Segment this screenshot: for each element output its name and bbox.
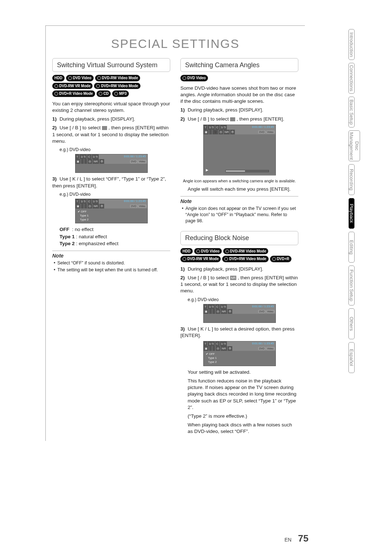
disc-icon <box>54 92 58 96</box>
tab-playback[interactable]: Playback <box>348 198 355 229</box>
disc-icon <box>54 84 58 88</box>
badge-dvd-rw-video: DVD-RW Video Mode <box>95 75 140 81</box>
disc-icon <box>99 92 102 96</box>
section-header: Switching Camera Angles <box>180 58 298 72</box>
disc-icon <box>68 76 72 80</box>
osd-icon-cell: ▣ <box>75 159 81 164</box>
example-label: e.g.) DVD-video <box>60 147 170 153</box>
osd-nr: NR <box>93 159 99 164</box>
example-label: e.g.) DVD-video <box>60 191 170 197</box>
osd-menu: ✔ OFF Type 1 Type 2 <box>78 210 145 222</box>
option-definitions: OFF : no effect Type 1 : natural effect … <box>60 226 170 247</box>
disc-icon <box>225 250 229 253</box>
after-text: Angle will switch each time you press [E… <box>188 186 298 193</box>
badge-dvd+r: DVD+R <box>270 256 291 262</box>
tab-editing[interactable]: Editing <box>348 232 355 263</box>
disc-icon <box>224 257 228 261</box>
tab-connections[interactable]: Connections <box>348 63 355 94</box>
osd-panel-nr1: T1/ 5C1/ 5 0:01:00 / 1:23:45 ▣ ◎NR⚙ DVDV… <box>203 304 276 323</box>
section-header: Reducing Block Noise <box>180 231 298 245</box>
note-item: The setting will be kept when the unit i… <box>54 267 170 273</box>
section-title: Reducing Block Noise <box>185 234 294 242</box>
media-badges: HDD DVD Video DVD-RW Video Mode DVD-RW V… <box>180 248 298 262</box>
step-2: 2)Use [ / B ] to select NR , then press … <box>180 275 298 295</box>
tab-function-setup[interactable]: Function Setup <box>348 266 355 305</box>
badge-dvd-video: DVD Video <box>194 248 222 255</box>
disc-icon <box>183 76 186 80</box>
example-label: e.g.) DVD-video <box>188 297 298 303</box>
intro-text: You can enjoy stereophonic virtual space… <box>52 101 170 114</box>
osd-panel-1: T 1/ 5 C 1/ 5 0:01:00 / 1:23:45 ▣ ◎ NR ⚙… <box>75 154 148 173</box>
badge-cd: CD <box>97 90 111 97</box>
osd-t-label: T <box>75 154 79 159</box>
osd-c-value: 1/ 5 <box>92 154 99 159</box>
nr-icon: NR <box>230 276 236 280</box>
osd-icon-cell <box>84 159 87 164</box>
note-item: Select “OFF” if sound is distorted. <box>54 260 170 266</box>
osd-icon <box>102 126 107 130</box>
badge-dvd-rw-video: DVD-RW Video Mode <box>223 248 269 255</box>
osd-panel-2: T 1/ 5 C 1/ 5 0:01:00 / 1:23:45 ▣ ◎NR⚙ D… <box>75 199 148 223</box>
left-column: Switching Virtual Surround System HDD DV… <box>52 58 170 437</box>
note-list: Angle icon does not appear on the TV scr… <box>182 206 298 224</box>
section-title: Switching Camera Angles <box>185 61 294 69</box>
badge-dvd+r: DVD+R Video Mode <box>52 90 95 97</box>
tab-recording[interactable]: Recording <box>348 164 355 195</box>
section-title: Switching Virtual Surround System <box>57 61 166 69</box>
osd-icon-cell: ◎ <box>87 159 92 164</box>
page-number: EN75 <box>285 533 309 544</box>
page-title: SPECIAL SETTINGS <box>46 37 305 51</box>
osd-menu: ✔ OFF Type 1 Type 2 <box>206 352 273 364</box>
osd-t-value: 1/ 5 <box>79 154 86 159</box>
disc-icon <box>114 92 118 96</box>
osd-icon-cell: ⚙ <box>99 159 104 164</box>
note-list: Select “OFF” if sound is distorted. The … <box>54 260 170 273</box>
disc-icon <box>96 84 100 88</box>
osd-icon <box>230 117 235 121</box>
after-text: Your setting will be activated. <box>188 369 298 376</box>
osd-c-label: C <box>87 154 91 159</box>
after-text: (“Type 2” is more effective.) <box>188 413 298 420</box>
badge-mp3: MP3 <box>112 90 129 97</box>
note-heading: Note <box>52 251 170 259</box>
step-2: 2)Use [ / B ] to select , then press [EN… <box>52 125 170 145</box>
badge-dvd+rw: DVD+RW Video Mode <box>94 83 140 89</box>
step-2: 2)Use [ / B ] to select , then press [EN… <box>180 116 298 122</box>
step-1: 1)During playback, press [DISPLAY]. <box>180 266 298 272</box>
progress-bar <box>225 170 269 172</box>
badge-dvd-rw-vr: DVD-RW VR Mode <box>52 83 93 89</box>
step-1: 1)During playback, press [DISPLAY]. <box>52 116 170 122</box>
tab-espanol[interactable]: Español <box>348 342 355 373</box>
tab-basic-setup[interactable]: Basic Setup <box>348 97 355 127</box>
disc-icon <box>183 257 186 261</box>
osd-caption: Angle icon appears when a switching came… <box>180 178 298 184</box>
osd-panel-angle: T1/ 5C1/ 5 0:01:00 / 1:23:45 ▣ 🎥◎NR⚙ DVD… <box>203 125 276 175</box>
manual-page: SPECIAL SETTINGS Switching Virtual Surro… <box>45 25 305 441</box>
after-text: When playing back discs with a few noise… <box>188 422 298 435</box>
badge-hdd: HDD <box>180 248 193 255</box>
disc-icon <box>272 257 276 261</box>
badge-dvd-rw-vr: DVD-RW VR Mode <box>180 256 221 262</box>
step-3: 3)Use [ K / L ] to select a desired opti… <box>180 326 298 339</box>
badge-dvd+rw: DVD+RW Video Mode <box>222 256 268 262</box>
badge-dvd-video: DVD Video <box>180 75 208 81</box>
step-1: 1)During playback, press [DISPLAY]. <box>180 107 298 113</box>
play-icon: ▶ <box>206 168 208 172</box>
disc-icon <box>97 76 101 80</box>
osd-panel-nr2: T1/ 5C1/ 5 0:01:00 / 1:23:45 ▣ ◎NR⚙ DVDV… <box>203 341 276 366</box>
side-tabs: Introduction Connections Basic Setup Dis… <box>348 29 381 376</box>
note-heading: Note <box>180 196 298 205</box>
media-badges: HDD DVD Video DVD-RW Video Mode DVD-RW V… <box>52 75 170 97</box>
disc-icon <box>196 250 200 253</box>
tab-others[interactable]: Others <box>348 308 355 339</box>
tab-disc-management[interactable]: Disc Management <box>348 130 360 161</box>
note-item: Angle icon does not appear on the TV scr… <box>182 206 298 224</box>
intro-text: Some DVD-video have scenes shot from two… <box>180 85 298 105</box>
badge-hdd: HDD <box>52 75 65 81</box>
osd-video-badge: Video <box>138 160 147 163</box>
right-column: Switching Camera Angles DVD Video Some D… <box>180 58 298 437</box>
osd-icon-cell <box>81 159 84 164</box>
tab-introduction[interactable]: Introduction <box>348 29 355 60</box>
media-badges: DVD Video <box>180 75 298 81</box>
badge-dvd-video: DVD Video <box>66 75 94 81</box>
